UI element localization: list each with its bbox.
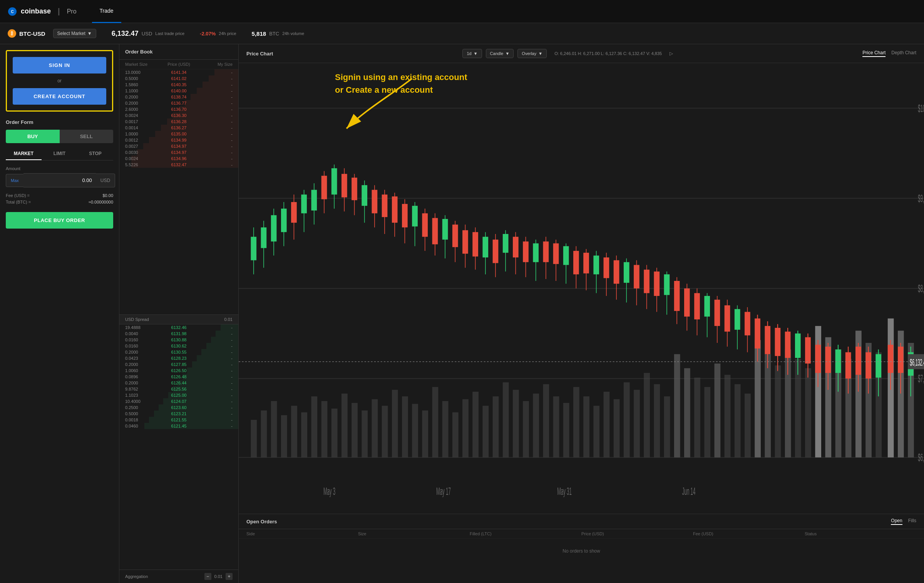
expand-chart-icon[interactable]: ▷ (670, 51, 673, 56)
ask-row[interactable]: 0.2000 6136.77 - (119, 100, 238, 106)
logo-pro: Pro (67, 8, 77, 15)
ask-row[interactable]: 1.5860 6140.35 - (119, 82, 238, 88)
oo-col-fee: Fee (USD) (693, 531, 805, 536)
buy-tab[interactable]: BUY (6, 130, 60, 143)
svg-rect-34 (523, 401, 529, 457)
ask-row[interactable]: 1.1000 6140.00 - (119, 88, 238, 94)
limit-tab[interactable]: LIMIT (42, 148, 77, 160)
open-orders-tab[interactable]: Open (891, 518, 902, 525)
ask-row[interactable]: 0.0024 6134.96 - (119, 155, 238, 162)
svg-rect-45 (634, 390, 640, 458)
svg-rect-74 (251, 237, 256, 260)
amount-input[interactable] (23, 173, 96, 187)
bid-row[interactable]: 0.5000 6123.21 - (119, 411, 238, 417)
bid-row[interactable]: 1.0060 6126.50 - (119, 368, 238, 374)
spread-value: 0.01 (224, 317, 233, 322)
svg-rect-76 (261, 227, 267, 248)
sell-tab[interactable]: SELL (60, 130, 114, 143)
ask-size: 0.5000 (125, 76, 161, 81)
bid-row[interactable]: 0.2000 6127.85 - (119, 361, 238, 368)
svg-rect-29 (472, 392, 479, 458)
bid-row[interactable]: 0.0423 6128.23 - (119, 355, 238, 361)
left-panel: SIGN IN or CREATE ACCOUNT Order Form BUY… (0, 44, 119, 583)
svg-rect-40 (583, 396, 589, 458)
bid-row[interactable]: 9.8762 6125.56 - (119, 386, 238, 392)
bid-row[interactable]: 1.1023 6125.00 - (119, 392, 238, 398)
svg-rect-196 (865, 352, 871, 378)
svg-rect-130 (533, 243, 539, 262)
bid-row[interactable]: 19.4888 6132.46 - (119, 324, 238, 331)
order-book-header: Order Book (119, 44, 238, 60)
svg-rect-36 (543, 384, 549, 457)
ask-row[interactable]: 2.6000 6136.70 - (119, 106, 238, 112)
market-tab[interactable]: MARKET (6, 148, 42, 160)
aggregation-increase-button[interactable]: + (226, 573, 233, 580)
bid-row[interactable]: 0.0018 6121.55 - (119, 417, 238, 423)
bid-row[interactable]: 0.0160 6130.88 - (119, 337, 238, 343)
signin-button[interactable]: SIGN IN (13, 57, 106, 74)
trade-tab[interactable]: Trade (92, 0, 121, 23)
chart-controls: 1d ▼ Candle ▼ Overlay ▼ O: 6,246.01 H: 6… (462, 49, 662, 58)
ob-col-price: Price (USD) (161, 62, 197, 67)
overlay-chevron-icon: ▼ (538, 51, 542, 56)
stop-tab[interactable]: STOP (77, 148, 113, 160)
bid-row[interactable]: 0.2000 6130.55 - (119, 349, 238, 355)
bid-price: 6127.85 (161, 362, 197, 367)
svg-text:$8,000: $8,000 (918, 283, 924, 294)
ask-row[interactable]: 0.5000 6141.02 - (119, 75, 238, 82)
svg-rect-28 (462, 399, 469, 457)
max-link[interactable]: Max (6, 174, 23, 187)
fills-tab[interactable]: Fills (908, 518, 916, 525)
overlay-select[interactable]: Overlay ▼ (517, 49, 547, 58)
ask-size: 0.0024 (125, 113, 161, 118)
price-currency: USD (142, 31, 152, 37)
svg-rect-186 (815, 345, 821, 373)
fee-label: Fee (USD) = (6, 193, 30, 198)
ask-row[interactable]: 0.0024 6136.30 - (119, 112, 238, 119)
overlay-label: Overlay (522, 51, 536, 56)
bid-row[interactable]: 10.4000 6124.07 - (119, 398, 238, 404)
select-market-button[interactable]: Select Market ▼ (53, 29, 96, 38)
svg-rect-18 (362, 411, 368, 458)
svg-rect-15 (331, 409, 338, 458)
ask-row[interactable]: 1.0000 6135.00 - (119, 131, 238, 137)
timeframe-select[interactable]: 1d ▼ (462, 49, 482, 58)
ask-row[interactable]: 0.2000 6138.74 - (119, 94, 238, 100)
ask-row[interactable]: 0.0030 6134.97 - (119, 149, 238, 155)
svg-rect-37 (553, 396, 559, 458)
bid-row[interactable]: 0.0896 6126.48 - (119, 374, 238, 380)
create-account-button[interactable]: CREATE ACCOUNT (13, 88, 106, 105)
svg-rect-112 (442, 219, 448, 240)
ask-row[interactable]: 0.0017 6136.28 - (119, 119, 238, 125)
ask-row[interactable]: 0.0014 6136.27 - (119, 125, 238, 131)
candle-type-select[interactable]: Candle ▼ (486, 49, 514, 58)
svg-rect-158 (674, 281, 680, 311)
bid-row[interactable]: 0.2000 6126.44 - (119, 380, 238, 386)
bid-row[interactable]: 0.2500 6123.60 - (119, 404, 238, 411)
bid-row[interactable]: 0.0460 6121.45 - (119, 423, 238, 429)
bids-container: 19.4888 6132.46 - 0.0040 6131.98 - 0.016… (119, 324, 238, 570)
ask-row[interactable]: 0.0012 6134.99 - (119, 137, 238, 143)
market-bar: ₿ BTC-USD Select Market ▼ 6,132.47 USD L… (0, 23, 924, 44)
svg-rect-122 (493, 240, 499, 263)
svg-rect-22 (402, 396, 408, 458)
bid-row[interactable]: 0.0160 6130.62 - (119, 343, 238, 349)
oo-col-headers: Side Size Filled (LTC) Price (USD) Fee (… (239, 529, 924, 539)
depth-chart-tab[interactable]: Depth Chart (891, 50, 916, 57)
market-pair: ₿ BTC-USD (8, 29, 45, 38)
ask-row[interactable]: 5.5226 6132.47 - (119, 162, 238, 168)
place-order-button[interactable]: PLACE BUY ORDER (6, 212, 113, 229)
ask-row[interactable]: 13.0000 6141.34 - (119, 69, 238, 75)
price-chart-tab[interactable]: Price Chart (862, 50, 886, 57)
aggregation-decrease-button[interactable]: − (204, 573, 211, 580)
svg-rect-126 (513, 237, 519, 257)
last-trade-price: 6,132.47 (112, 30, 139, 38)
ask-row[interactable]: 0.0027 6134.97 - (119, 143, 238, 149)
svg-rect-59 (775, 366, 781, 458)
svg-rect-176 (765, 326, 770, 354)
svg-rect-134 (553, 243, 559, 264)
bid-size: 0.2000 (125, 381, 161, 385)
svg-rect-58 (765, 354, 771, 457)
order-form-title: Order Form (6, 119, 113, 125)
bid-row[interactable]: 0.0040 6131.98 - (119, 331, 238, 337)
